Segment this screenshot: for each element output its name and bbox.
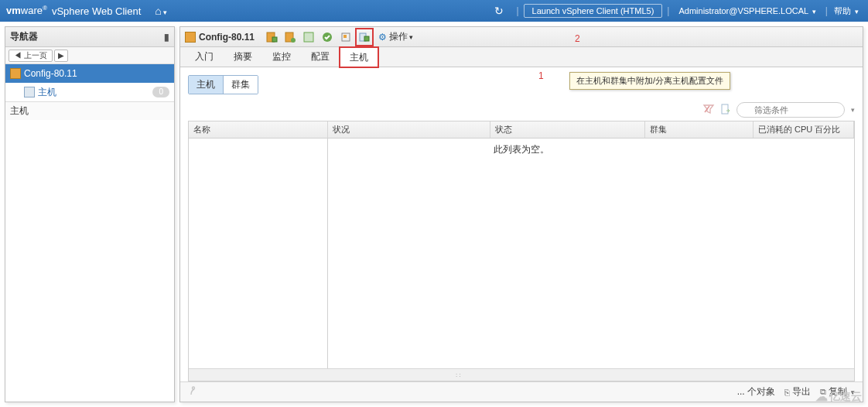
export-list-icon[interactable] xyxy=(719,103,732,118)
content-title: Config-80.11 xyxy=(199,32,255,43)
col-cpu[interactable]: 已消耗的 CPU 百分比 xyxy=(754,121,854,138)
back-button[interactable]: ◀ 上一页 xyxy=(9,50,53,62)
count-badge: 0 xyxy=(152,87,169,97)
host-profile-icon xyxy=(185,32,196,43)
pin-icon[interactable]: ▮ xyxy=(164,32,169,43)
host-profile-icon xyxy=(10,68,21,79)
chevron-down-icon: ▾ xyxy=(855,8,859,15)
export-button[interactable]: ⎘导出 xyxy=(784,385,811,398)
col-name[interactable]: 名称 xyxy=(189,121,328,138)
main-layout: 导航器 ▮ ◀ 上一页 ▶ Config-80.11 主机 0 主机 2 1 在… xyxy=(0,22,868,407)
col-cluster[interactable]: 群集 xyxy=(645,121,754,138)
toolbar-action-3-icon[interactable] xyxy=(302,30,316,44)
content-toolbar: Config-80.11 ⚙ 操作 ▾ xyxy=(180,27,863,47)
chevron-down-icon: ▾ xyxy=(409,33,413,41)
refresh-icon[interactable]: ↻ xyxy=(494,5,504,17)
nav-item-profile[interactable]: Config-80.11 xyxy=(5,64,174,83)
content-footer: ... 个对象 ⎘导出 ⧉复制 ▾ xyxy=(180,381,863,402)
help-menu[interactable]: 帮助 ▾ xyxy=(834,5,859,17)
col-state[interactable]: 状态 xyxy=(490,121,645,138)
toolbar-action-2-icon[interactable] xyxy=(283,30,297,44)
tabs: 入门 摘要 监控 配置 主机 xyxy=(180,47,863,67)
tab-configure[interactable]: 配置 xyxy=(301,46,340,67)
tab-summary[interactable]: 摘要 xyxy=(224,46,262,67)
nav-section-hosts[interactable]: 主机 xyxy=(5,101,174,120)
nav-item-label: 主机 xyxy=(38,86,56,99)
toolbar-action-5-icon[interactable] xyxy=(339,30,353,44)
table-body: 此列表为空。 xyxy=(189,139,854,368)
product-name: vSphere Web Client xyxy=(52,5,141,17)
find-icon[interactable] xyxy=(188,385,200,399)
forward-button[interactable]: ▶ xyxy=(54,50,68,62)
user-menu[interactable]: Administrator@VSPHERE.LOCAL ▾ xyxy=(678,6,815,15)
subtab-clusters[interactable]: 群集 xyxy=(223,76,258,94)
svg-rect-1 xyxy=(272,37,277,42)
sub-area: 主机 群集 ▾ xyxy=(180,67,863,118)
host-icon xyxy=(24,87,35,97)
clear-filter-icon[interactable] xyxy=(702,103,715,118)
tab-getting-started[interactable]: 入门 xyxy=(185,46,224,67)
filter-input[interactable] xyxy=(736,102,845,118)
toolbar-action-1-icon[interactable] xyxy=(265,30,279,44)
navigator-panel: 导航器 ▮ ◀ 上一页 ▶ Config-80.11 主机 0 主机 xyxy=(5,26,175,402)
toolbar-attach-detach-icon[interactable] xyxy=(357,30,371,44)
nav-item-label: Config-80.11 xyxy=(24,68,77,79)
top-banner: vmware® vSphere Web Client ⌂▾ ↻ | Launch… xyxy=(0,0,868,22)
table-header: 名称 状况 状态 群集 已消耗的 CPU 百分比 xyxy=(189,121,854,139)
toolbar-check-icon[interactable] xyxy=(320,30,334,44)
column-splitter[interactable] xyxy=(326,139,330,368)
separator: | xyxy=(667,5,669,16)
tab-monitor[interactable]: 监控 xyxy=(262,46,301,67)
tab-hosts[interactable]: 主机 xyxy=(340,47,378,67)
separator: | xyxy=(825,5,828,16)
launch-html5-button[interactable]: Launch vSphere Client (HTML5) xyxy=(524,4,663,18)
tooltip: 在主机和群集中附加/分离主机配置文件 xyxy=(569,72,730,90)
chevron-down-icon: ▾ xyxy=(812,8,816,15)
svg-rect-9 xyxy=(364,36,369,41)
vmware-logo: vmware® xyxy=(6,5,47,16)
gear-icon: ⚙ xyxy=(378,32,387,43)
navigator-header: 导航器 ▮ xyxy=(5,27,174,47)
horizontal-scrollbar[interactable]: : : xyxy=(189,368,854,381)
svg-rect-11 xyxy=(722,104,728,114)
subtab-group: 主机 群集 xyxy=(188,75,258,94)
cloud-icon: ☁ xyxy=(815,389,828,404)
svg-rect-4 xyxy=(304,32,313,42)
navigator-title: 导航器 xyxy=(10,30,38,43)
watermark: ☁ 亿速云 xyxy=(815,389,862,404)
filter-input-wrap xyxy=(736,102,845,118)
col-status[interactable]: 状况 xyxy=(328,121,490,138)
navigator-back-row: ◀ 上一页 ▶ xyxy=(5,47,174,64)
object-count: ... 个对象 xyxy=(737,385,775,398)
filter-row: ▾ xyxy=(188,102,855,118)
svg-point-3 xyxy=(291,38,296,43)
filter-dropdown-icon[interactable]: ▾ xyxy=(851,106,855,114)
export-icon: ⎘ xyxy=(784,388,790,397)
chevron-down-icon: ▾ xyxy=(163,9,167,16)
annotation-1: 1 xyxy=(538,70,544,81)
svg-rect-7 xyxy=(343,35,347,38)
annotation-2: 2 xyxy=(575,33,580,44)
home-icon[interactable]: ⌂▾ xyxy=(155,5,166,17)
separator: | xyxy=(516,5,518,16)
subtab-hosts[interactable]: 主机 xyxy=(189,76,223,94)
hosts-table: 名称 状况 状态 群集 已消耗的 CPU 百分比 此列表为空。 : : xyxy=(188,121,855,381)
actions-menu[interactable]: ⚙ 操作 ▾ xyxy=(378,30,413,43)
content-panel: 2 1 在主机和群集中附加/分离主机配置文件 Config-80.11 ⚙ 操作… xyxy=(179,26,863,402)
empty-message: 此列表为空。 xyxy=(189,139,854,156)
nav-item-hosts[interactable]: 主机 0 xyxy=(5,83,174,101)
